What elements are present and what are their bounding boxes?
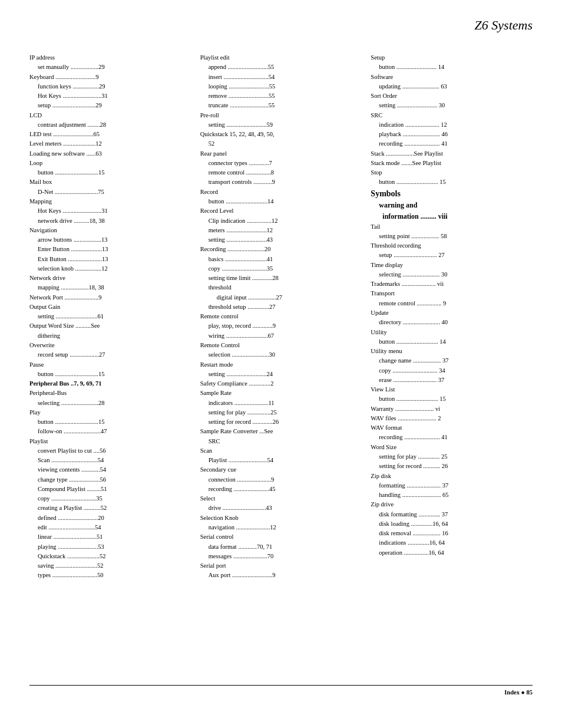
index-entry: setting ...........................61 — [29, 312, 191, 321]
index-entry: meters ..........................12 — [200, 226, 362, 235]
index-entry: indications ..............16, 64 — [371, 538, 533, 548]
index-entry: transport controls ............9 — [200, 177, 362, 187]
index-entry: saving ...........................52 — [29, 561, 191, 571]
index-entry: directory ........................ 40 — [371, 318, 533, 327]
index-column-2: Playlist editappend ....................… — [200, 53, 371, 581]
index-entry: recording ....................... 41 — [371, 139, 533, 149]
index-entry: wiring ...........................67 — [200, 331, 362, 341]
index-entry: copy .............................35 — [29, 494, 191, 503]
index-entry: Scan — [200, 446, 362, 456]
index-entry: setting ..........................43 — [200, 235, 362, 245]
index-entry: remote control ................ 9 — [371, 299, 533, 308]
index-entry: button .......................... 14 — [371, 62, 533, 72]
index-entry: Clip indication ................12 — [200, 216, 362, 226]
index-entry: Record Level — [200, 206, 362, 216]
index-entry: warning and — [371, 200, 533, 211]
index-entry: disk formatting .............. 37 — [371, 510, 533, 519]
index-entry: remote control ................8 — [200, 168, 362, 177]
index-entry: Restart mode — [200, 360, 362, 370]
index-entry: arrow buttons ..................13 — [29, 235, 191, 245]
index-entry: Tail — [371, 222, 533, 232]
index-entry: 52 — [200, 139, 362, 149]
index-entry: record setup ...................27 — [29, 350, 191, 360]
index-entry: setting for record ........... 26 — [371, 462, 533, 471]
page: Z6 Systems IP addressset manually ......… — [0, 0, 562, 728]
index-entry: LED test ..........................65 — [29, 130, 191, 139]
index-entry: Pause — [29, 360, 191, 370]
index-entry: disk removal .................. 16 — [371, 529, 533, 538]
index-entry: Overwrite — [29, 341, 191, 350]
index-entry: Stop — [371, 168, 533, 177]
index-entry: indication ...................... 12 — [371, 120, 533, 130]
index-entry: follow-on ........................47 — [29, 427, 191, 436]
index-entry: copy ............................. 34 — [371, 366, 533, 375]
index-entry: play, stop, record .............9 — [200, 321, 362, 331]
index-entry: Loading new software ......63 — [29, 149, 191, 159]
index-entry: basics ...........................41 — [200, 255, 362, 264]
footer: Index ● 85 — [29, 685, 533, 696]
index-entry: button ........................... 14 — [371, 337, 533, 347]
index-entry: setting time limit .............28 — [200, 274, 362, 283]
index-entry: Keyboard ..........................9 — [29, 73, 191, 82]
index-entry: Utility — [371, 328, 533, 337]
index-entry: LCD — [29, 111, 191, 120]
index-entry: Quickstack .....................52 — [29, 552, 191, 561]
index-entry: Serial control — [200, 532, 362, 542]
content-area: IP addressset manually .................… — [29, 53, 533, 581]
index-entry: recording ....................... 41 — [371, 433, 533, 442]
index-entry: Symbols — [371, 187, 533, 200]
index-entry: updating ........................ 63 — [371, 82, 533, 91]
index-entry: Secondary cue — [200, 465, 362, 475]
index-entry: setup ............................29 — [29, 101, 191, 110]
index-entry: Zip disk — [371, 472, 533, 481]
index-entry: network drive ..........18, 38 — [29, 216, 191, 226]
index-entry: Recording ........................20 — [200, 245, 362, 254]
index-entry: Stack ..................See Playlist — [371, 149, 533, 159]
index-entry: selection knob .................12 — [29, 264, 191, 274]
index-entry: set manually ..................29 — [29, 62, 191, 72]
index-entry: Quickstack 15, 22, 48, 49, 50, — [200, 130, 362, 139]
index-entry: Compound Playlist .........51 — [29, 485, 191, 494]
index-entry: looping ..........................55 — [200, 82, 362, 91]
index-entry: button ............................15 — [29, 370, 191, 379]
index-entry: Zip drive — [371, 500, 533, 509]
index-entry: Hot Keys .........................31 — [29, 91, 191, 101]
index-entry: connection ......................9 — [200, 475, 362, 485]
index-entry: Remote Control — [200, 341, 362, 350]
index-entry: information ......... viii — [371, 211, 533, 222]
index-entry: setting for record .............26 — [200, 417, 362, 427]
index-entry: Safety Compliance ..............2 — [200, 379, 362, 388]
index-entry: Sample Rate — [200, 388, 362, 398]
index-entry: button ............................15 — [29, 168, 191, 177]
index-entry: setting for play ...............25 — [200, 408, 362, 417]
index-column-1: IP addressset manually .................… — [29, 53, 200, 581]
index-entry: connector types .............7 — [200, 159, 362, 168]
index-entry: convert Playlist to cut ....56 — [29, 446, 191, 456]
index-entry: Hot Keys .........................31 — [29, 206, 191, 216]
index-entry: WAV format — [371, 423, 533, 433]
index-entry: Play — [29, 408, 191, 417]
index-entry: SRC — [371, 111, 533, 120]
index-entry: playing ..........................53 — [29, 542, 191, 552]
index-entry: Pre-roll — [200, 111, 362, 120]
index-entry: change name .................. 37 — [371, 356, 533, 365]
index-entry: Update — [371, 308, 533, 318]
index-entry: formatting ...................... 37 — [371, 481, 533, 490]
index-entry: defined ..........................20 — [29, 513, 191, 523]
index-entry: threshold setup ..............27 — [200, 302, 362, 312]
index-entry: View List — [371, 385, 533, 394]
index-entry: change type ....................56 — [29, 475, 191, 485]
index-entry: selection ........................30 — [200, 350, 362, 360]
index-entry: edit ..............................54 — [29, 523, 191, 532]
index-column-3: Setupbutton .......................... 1… — [371, 53, 533, 581]
index-entry: selecting ........................ 30 — [371, 270, 533, 279]
index-entry: creating a Playlist ...........52 — [29, 503, 191, 513]
index-entry: Rear panel — [200, 149, 362, 159]
index-entry: Network drive — [29, 274, 191, 283]
index-entry: append ..........................55 — [200, 62, 362, 72]
index-entry: Stack mode .......See Playlist — [371, 159, 533, 168]
index-entry: Record — [200, 187, 362, 197]
index-entry: Sort Order — [371, 91, 533, 101]
index-entry: setting ..........................24 — [200, 370, 362, 379]
index-entry: Level meters .....................12 — [29, 139, 191, 149]
